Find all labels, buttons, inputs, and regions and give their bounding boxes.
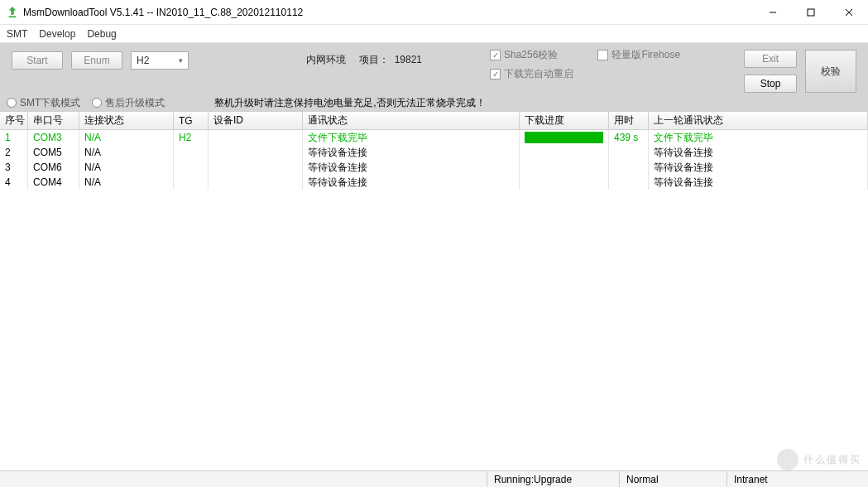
minimize-button[interactable] [754, 0, 792, 24]
col-progress[interactable]: 下载进度 [520, 112, 609, 129]
stop-button[interactable]: Stop [744, 75, 797, 93]
status-spacer [0, 471, 487, 487]
table-row[interactable]: 2COM5N/A等待设备连接等待设备连接 [0, 145, 868, 160]
table-body: 1COM3N/AH2文件下载完毕439 s文件下载完毕2COM5N/A等待设备连… [0, 130, 868, 190]
checkbox-on-icon [490, 50, 501, 60]
cell-deviceid [209, 175, 303, 190]
col-port[interactable]: 串口号 [28, 112, 79, 129]
maximize-button[interactable] [792, 0, 830, 24]
table-row[interactable]: 3COM6N/A等待设备连接等待设备连接 [0, 160, 868, 175]
toolbar: Start Enum H2 ▾ 内网环境 项目： 19821 Sha256校验 … [0, 43, 868, 94]
cell-last: 等待设备连接 [649, 175, 868, 190]
col-tg[interactable]: TG [174, 112, 209, 129]
cell-progress [520, 160, 609, 175]
mode-bar: SMT下载模式 售后升级模式 整机升级时请注意保持电池电量充足,否则无法正常烧录… [0, 94, 868, 111]
cell-time [609, 175, 649, 190]
svg-rect-2 [808, 9, 814, 16]
watermark-logo-icon [777, 449, 798, 470]
cell-tg: H2 [174, 130, 209, 145]
env-label: 内网环境 [306, 53, 346, 67]
auto-reboot-checkbox[interactable]: 下载完自动重启 [490, 67, 680, 81]
status-mode: Normal [620, 471, 727, 487]
cell-time [609, 145, 649, 160]
progress-bar [525, 132, 603, 143]
target-combo-value: H2 [137, 55, 149, 66]
project-value: 19821 [395, 54, 422, 65]
table-row[interactable]: 4COM4N/A等待设备连接等待设备连接 [0, 175, 868, 190]
cell-deviceid [209, 130, 303, 145]
radio-off-icon [7, 98, 17, 108]
mode-warning: 整机升级时请注意保持电池电量充足,否则无法正常烧录完成！ [214, 96, 485, 110]
col-time[interactable]: 用时 [609, 112, 649, 129]
device-table: 序号 串口号 连接状态 TG 设备ID 通讯状态 下载进度 用时 上一轮通讯状态… [0, 111, 868, 190]
cell-conn: N/A [79, 130, 174, 145]
menu-develop[interactable]: Develop [39, 28, 75, 40]
cell-progress [520, 145, 609, 160]
menu-smt[interactable]: SMT [7, 28, 27, 40]
menu-bar: SMT Develop Debug [0, 25, 868, 43]
cell-comm: 等待设备连接 [303, 160, 520, 175]
status-running: Running:Upgrade [487, 471, 620, 487]
cell-last: 等待设备连接 [649, 145, 868, 160]
cell-last: 等待设备连接 [649, 160, 868, 175]
lite-firehose-checkbox[interactable]: 轻量版Firehose [597, 48, 680, 62]
cell-port: COM5 [28, 145, 79, 160]
cell-last: 文件下载完毕 [649, 130, 868, 145]
chevron-down-icon: ▾ [179, 56, 183, 65]
cell-comm: 文件下载完毕 [303, 130, 520, 145]
cell-comm: 等待设备连接 [303, 175, 520, 190]
window-title: MsmDownloadTool V5.1.41 -- IN2010_11_C.8… [23, 7, 754, 18]
col-comm[interactable]: 通讯状态 [303, 112, 520, 129]
cell-comm: 等待设备连接 [303, 145, 520, 160]
exit-button[interactable]: Exit [744, 50, 797, 68]
col-last[interactable]: 上一轮通讯状态 [649, 112, 868, 129]
cell-index: 1 [0, 130, 28, 145]
checkbox-on-icon [490, 69, 501, 80]
radio-off-icon [92, 98, 102, 108]
menu-debug[interactable]: Debug [87, 28, 116, 40]
cell-conn: N/A [79, 160, 174, 175]
title-bar: MsmDownloadTool V5.1.41 -- IN2010_11_C.8… [0, 0, 868, 25]
close-button[interactable] [830, 0, 868, 24]
checkbox-off-icon [597, 50, 608, 60]
table-row[interactable]: 1COM3N/AH2文件下载完毕439 s文件下载完毕 [0, 130, 868, 145]
watermark: 什么值得买 [777, 449, 861, 470]
status-bar: Running:Upgrade Normal Intranet [0, 470, 868, 487]
cell-index: 2 [0, 145, 28, 160]
enum-button[interactable]: Enum [71, 51, 122, 70]
col-deviceid[interactable]: 设备ID [209, 112, 303, 129]
cell-progress [520, 130, 609, 145]
cell-deviceid [209, 160, 303, 175]
cell-port: COM3 [28, 130, 79, 145]
cell-index: 3 [0, 160, 28, 175]
cell-tg [174, 145, 209, 160]
aftersale-mode-radio[interactable]: 售后升级模式 [92, 96, 165, 110]
cell-tg [174, 175, 209, 190]
cell-port: COM4 [28, 175, 79, 190]
smt-mode-radio[interactable]: SMT下载模式 [7, 96, 80, 110]
sha256-checkbox[interactable]: Sha256校验 [490, 48, 558, 62]
verify-button[interactable]: 校验 [805, 50, 856, 93]
app-icon [7, 7, 18, 18]
start-button[interactable]: Start [12, 51, 63, 70]
cell-conn: N/A [79, 175, 174, 190]
table-header: 序号 串口号 连接状态 TG 设备ID 通讯状态 下载进度 用时 上一轮通讯状态 [0, 112, 868, 130]
col-index[interactable]: 序号 [0, 112, 28, 129]
status-net: Intranet [727, 471, 868, 487]
cell-progress [520, 175, 609, 190]
svg-rect-0 [9, 16, 17, 17]
cell-time: 439 s [609, 130, 649, 145]
col-conn[interactable]: 连接状态 [79, 112, 174, 129]
cell-deviceid [209, 145, 303, 160]
cell-conn: N/A [79, 145, 174, 160]
cell-port: COM6 [28, 160, 79, 175]
cell-index: 4 [0, 175, 28, 190]
project-label: 项目： [359, 54, 389, 65]
cell-time [609, 160, 649, 175]
target-combo[interactable]: H2 ▾ [131, 51, 189, 70]
cell-tg [174, 160, 209, 175]
